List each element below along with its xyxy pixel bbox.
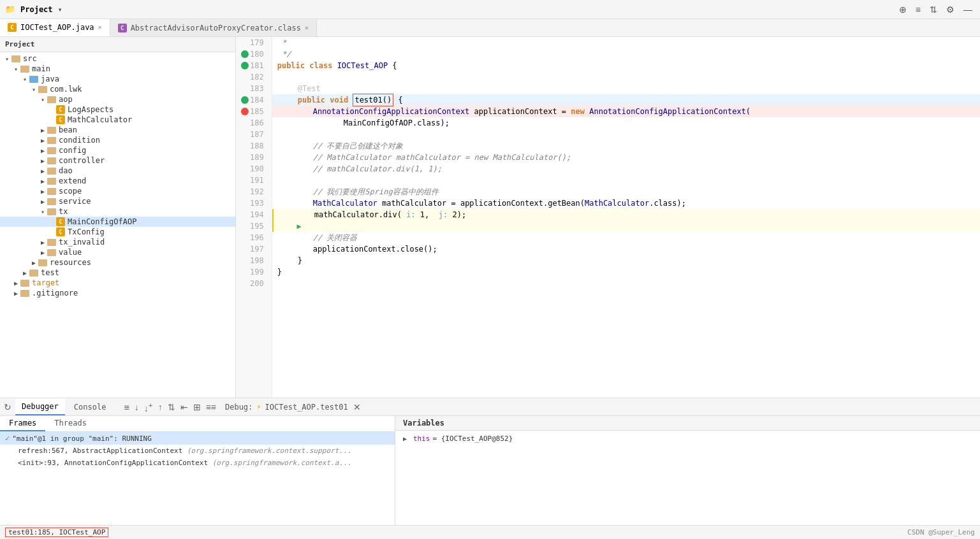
linenum-192: 192: [241, 186, 267, 198]
frames-header: Frames Threads: [0, 416, 395, 432]
grid-btn[interactable]: ⊞: [192, 401, 202, 413]
tree-item-dao[interactable]: ▶ dao: [0, 166, 235, 176]
debug-session-name: IOCTest_AOP.test01: [265, 403, 348, 412]
code-area[interactable]: 179 180 181 182 183 184 185 186 187 188 …: [236, 37, 980, 398]
frame-item-1[interactable]: refresh:567, AbstractApplicationContext …: [0, 445, 395, 457]
folder-icon-comlwk: [38, 86, 47, 93]
tree-item-aop[interactable]: ▾ aop: [0, 94, 235, 104]
code-line-200: [272, 278, 980, 289]
linenum-193: 193: [241, 198, 267, 209]
var-arrow-this: ▶: [403, 435, 411, 442]
gutter-green-184: [241, 96, 249, 104]
linenum-198: 198: [241, 255, 267, 266]
frame-check-icon: ✓: [5, 434, 10, 443]
frames-tab-frames[interactable]: Frames: [0, 416, 45, 431]
debug-tab-console[interactable]: Console: [68, 398, 113, 415]
gutter-green-181: [241, 62, 249, 69]
sidebar-title: Project: [5, 40, 34, 48]
linenum-199: 199: [241, 266, 267, 278]
code-line-192: // 我们要使用Spring容器中的组件: [272, 186, 980, 198]
add-btn[interactable]: ⊕: [896, 3, 909, 16]
tree-item-target[interactable]: ▶ target: [0, 278, 235, 288]
tab-abstract-advisor[interactable]: C AbstractAdvisorAutoProxyCreator.class …: [110, 19, 317, 36]
file-icon-txconfig: C: [56, 227, 65, 236]
arrow-extend: ▶: [38, 178, 47, 185]
folder-icon-dao: [47, 168, 56, 175]
tab-label-1: IOCTest_AOP.java: [20, 23, 94, 32]
debug-run-icon: ⚡: [256, 403, 261, 412]
top-bar-actions: ⊕ ≡ ⇅ ⚙ —: [896, 3, 975, 16]
run-to-cursor-btn[interactable]: ⇅: [166, 401, 177, 413]
arrow-condition: ▶: [38, 137, 47, 144]
debug-refresh-btn[interactable]: ↻: [3, 401, 13, 413]
file-icon-mainconfig: C: [56, 217, 65, 226]
debug-tab-debugger[interactable]: Debugger: [15, 398, 65, 415]
tree-item-value[interactable]: ▶ value: [0, 247, 235, 257]
tree-item-tx-invalid[interactable]: ▶ tx_invalid: [0, 237, 235, 247]
debug-tabs-bar: ↻ Debugger Console ≡ ↓ ↓+ ↑ ⇅ ⇤ ⊞ ≡≡ Deb…: [0, 398, 980, 416]
code-line-188: // 不要自己创建这个对象: [272, 140, 980, 152]
tab-close-1[interactable]: ✕: [98, 24, 102, 31]
settings-btn[interactable]: ⚙: [944, 3, 957, 16]
linenum-184: 184: [241, 94, 267, 106]
tree-item-config[interactable]: ▶ config: [0, 145, 235, 155]
code-line-187: [272, 129, 980, 140]
arrow-aop: ▾: [38, 96, 47, 103]
arrow-test: ▶: [20, 270, 29, 277]
step-over-btn[interactable]: ↓: [133, 401, 140, 413]
var-item-this[interactable]: ▶ this = {IOCTest_AOP@852}: [395, 433, 980, 444]
tree-item-src[interactable]: ▾ src: [0, 54, 235, 64]
tree-item-condition[interactable]: ▶ condition: [0, 135, 235, 145]
code-line-193: MathCalculator mathCalculator = applicat…: [272, 198, 980, 209]
folder-icon-target: [20, 280, 29, 287]
frames-tab-threads[interactable]: Threads: [45, 416, 96, 431]
code-line-199: }: [272, 266, 980, 278]
step-out-btn[interactable]: ↑: [157, 401, 164, 413]
tree-item-extend[interactable]: ▶ extend: [0, 176, 235, 186]
tab-ioctest-aop[interactable]: C IOCTest_AOP.java ✕: [0, 19, 110, 36]
arrow-comlwk: ▾: [29, 86, 38, 93]
folder-icon-extend: [47, 178, 56, 185]
tree-item-scope[interactable]: ▶ scope: [0, 186, 235, 196]
folder-icon-condition: [47, 137, 56, 144]
tree-item-controller[interactable]: ▶ controller: [0, 155, 235, 166]
debug-session-label: Debug:: [225, 403, 252, 412]
tree-item-service[interactable]: ▶ service: [0, 196, 235, 206]
columns-btn[interactable]: ≡≡: [205, 401, 217, 413]
tree-item-java[interactable]: ▾ java: [0, 74, 235, 84]
folder-icon-test: [29, 270, 38, 277]
tree-item-tx[interactable]: ▾ tx: [0, 206, 235, 217]
folder-icon-gitignore: [20, 290, 29, 297]
status-location: test01:185, IOCTest_AOP: [5, 528, 108, 537]
tree-item-mainconfig[interactable]: C MainConfigOfAOP: [0, 217, 235, 227]
tree-item-mathcalculator[interactable]: C MathCalculator: [0, 115, 235, 125]
variables-content: ▶ this = {IOCTest_AOP@852}: [395, 431, 980, 525]
layout-btn[interactable]: ≡: [913, 3, 923, 16]
code-line-197: applicationContext.close();: [272, 243, 980, 255]
tree-item-main[interactable]: ▾ main: [0, 64, 235, 74]
tree-item-logaspects[interactable]: C LogAspects: [0, 104, 235, 115]
sort-btn[interactable]: ⇅: [927, 3, 940, 16]
folder-icon-value: [47, 249, 56, 256]
tree-item-gitignore[interactable]: ▶ .gitignore: [0, 288, 235, 298]
chevron-icon: ▾: [58, 5, 62, 14]
tree-item-comlwk[interactable]: ▾ com.lwk: [0, 84, 235, 94]
arrow-bean: ▶: [38, 127, 47, 134]
arrow-target: ▶: [11, 280, 20, 287]
tree-item-txconfig[interactable]: C TxConfig: [0, 227, 235, 237]
step-into-btn[interactable]: ↓+: [143, 399, 154, 415]
java-file-icon: C: [8, 23, 17, 32]
tree-item-resources[interactable]: ▶ resources: [0, 257, 235, 268]
variables-panel: Variables ▶ this = {IOCTest_AOP@852}: [395, 416, 980, 525]
debug-session-close-btn[interactable]: ✕: [352, 401, 362, 413]
line-numbers: 179 180 181 182 183 184 185 186 187 188 …: [236, 37, 272, 398]
frame-item-0[interactable]: ✓ "main"@1 in group "main": RUNNING: [0, 432, 395, 445]
tree-item-bean[interactable]: ▶ bean: [0, 125, 235, 135]
tab-close-2[interactable]: ✕: [305, 24, 309, 31]
tree-item-test[interactable]: ▶ test: [0, 268, 235, 278]
evaluate-btn[interactable]: ⇤: [179, 401, 189, 413]
linenum-189: 189: [241, 152, 267, 163]
minimize-btn[interactable]: —: [961, 3, 975, 16]
frame-item-2[interactable]: <init>:93, AnnotationConfigApplicationCo…: [0, 457, 395, 469]
folder-icon-tx-invalid: [47, 239, 56, 246]
